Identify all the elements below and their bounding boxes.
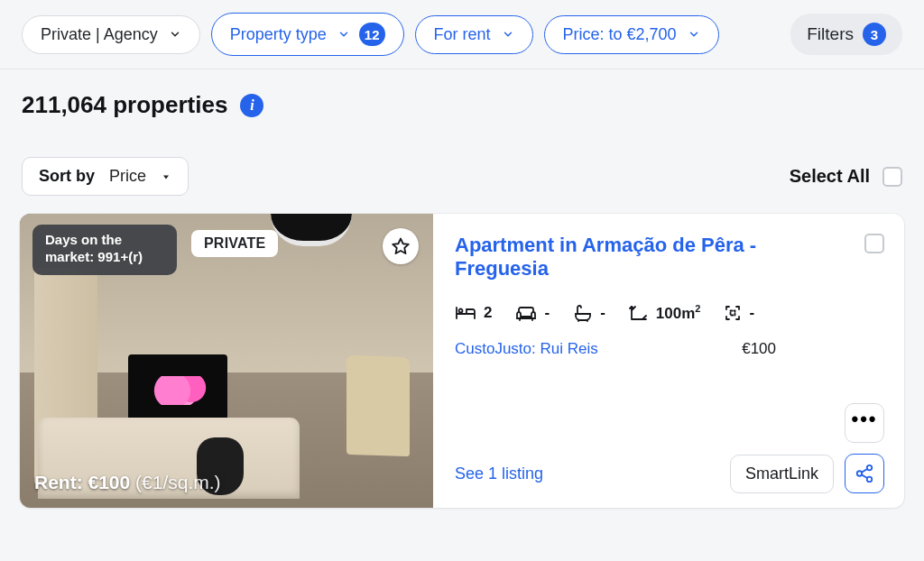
chevron-down-icon (502, 28, 514, 41)
plot-icon (724, 304, 742, 322)
svg-marker-0 (163, 175, 169, 179)
sort-dropdown[interactable]: Sort by Price (22, 157, 189, 196)
spec-bath: - (573, 304, 605, 322)
chevron-down-icon (337, 28, 350, 41)
rent-per-unit: (€1/sq.m.) (135, 472, 221, 492)
select-all-label: Select All (790, 166, 870, 187)
listing-specs: 2 - - 100m2 - (455, 303, 884, 323)
spec-area-value: 100m2 (656, 303, 701, 323)
filter-agency-label: Private | Agency (41, 25, 158, 44)
sort-row: Sort by Price Select All (0, 119, 924, 214)
filter-price-label: Price: to €2,700 (563, 25, 677, 44)
private-badge: PRIVATE (191, 230, 278, 257)
filter-tenure-label: For rent (434, 25, 491, 44)
filter-bar: Private | Agency Property type 12 For re… (0, 0, 924, 69)
filter-property-type[interactable]: Property type 12 (211, 13, 404, 56)
listing-photo[interactable]: Days on the market: 991+(r) PRIVATE Rent… (20, 214, 433, 508)
listing-footer: See 1 listing SmartLink (455, 454, 884, 493)
share-button[interactable] (845, 454, 884, 493)
share-icon (855, 464, 874, 483)
photo-decor (153, 376, 217, 405)
svg-marker-1 (393, 239, 409, 253)
more-button[interactable]: ••• (845, 403, 884, 443)
bed-icon (455, 305, 476, 321)
photo-decor (346, 355, 410, 456)
filters-more-count: 3 (863, 23, 886, 46)
spec-plot-value: - (749, 304, 754, 322)
info-icon[interactable]: i (240, 94, 263, 117)
listing-body: Apartment in Armação de Pêra - Freguesia… (433, 214, 904, 508)
select-all-checkbox[interactable] (882, 167, 902, 187)
results-count: 211,064 properties (22, 91, 227, 119)
spec-bath-value: - (600, 304, 605, 322)
svg-line-7 (862, 474, 867, 478)
filter-price[interactable]: Price: to €2,700 (544, 15, 719, 54)
ellipsis-icon: ••• (851, 408, 877, 431)
spec-area: 100m2 (629, 303, 701, 323)
filters-more-label: Filters (807, 24, 854, 44)
listing-source-row: CustoJusto: Rui Reis €100 (455, 340, 884, 358)
see-listing-link[interactable]: See 1 listing (455, 464, 543, 483)
area-icon (629, 304, 649, 322)
sort-label: Sort by (39, 167, 95, 186)
filter-property-type-count: 12 (359, 23, 385, 46)
listing-price: €100 (742, 340, 776, 358)
svg-line-6 (862, 469, 867, 473)
sort-value: Price (109, 167, 146, 186)
rent-label: Rent: €100 (34, 472, 130, 492)
bath-icon (573, 304, 593, 322)
listing-card: Days on the market: 991+(r) PRIVATE Rent… (20, 214, 904, 508)
chevron-down-icon (169, 28, 181, 41)
days-on-market-badge: Days on the market: 991+(r) (32, 225, 177, 275)
listing-checkbox[interactable] (864, 234, 884, 253)
svg-rect-2 (731, 310, 735, 315)
results-header: 211,064 properties i (0, 69, 924, 119)
chevron-down-icon (688, 28, 700, 41)
triangle-down-icon (161, 171, 171, 182)
listing-title[interactable]: Apartment in Armação de Pêra - Freguesia (455, 234, 854, 281)
spec-beds-value: 2 (484, 304, 492, 322)
favorite-button[interactable] (383, 228, 419, 264)
spec-sofa-value: - (544, 304, 550, 322)
listing-source[interactable]: CustoJusto: Rui Reis (455, 340, 598, 358)
rent-overlay: Rent: €100 (€1/sq.m.) (34, 472, 419, 493)
select-all[interactable]: Select All (790, 166, 902, 187)
spec-sofa: - (515, 304, 550, 322)
filters-more[interactable]: Filters 3 (790, 14, 902, 55)
filter-property-type-label: Property type (230, 25, 327, 44)
star-icon (391, 236, 411, 256)
spec-plot: - (724, 304, 754, 322)
filter-agency[interactable]: Private | Agency (22, 15, 200, 54)
spec-beds: 2 (455, 304, 492, 322)
smartlink-button[interactable]: SmartLink (730, 455, 834, 493)
sofa-icon (515, 305, 537, 321)
filter-tenure[interactable]: For rent (415, 15, 533, 54)
